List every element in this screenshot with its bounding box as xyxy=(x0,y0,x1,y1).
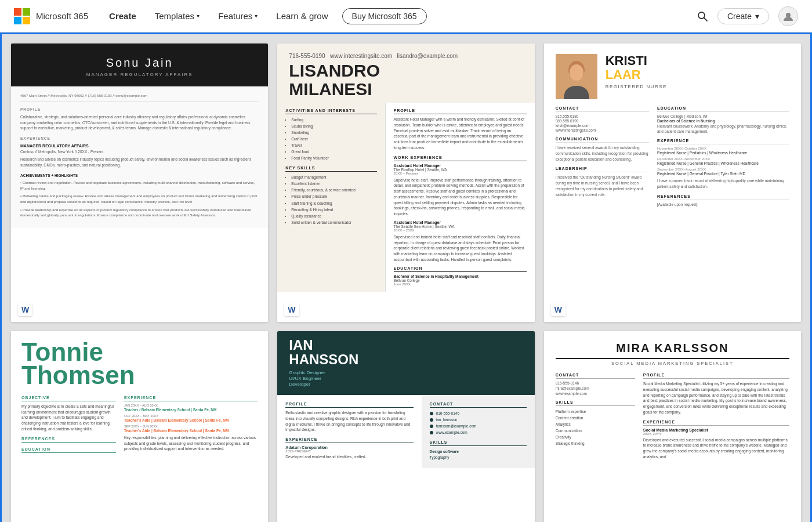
svg-line-5 xyxy=(704,18,707,21)
templates-nav-button[interactable]: Templates xyxy=(148,8,206,24)
user-avatar[interactable] xyxy=(778,6,798,26)
r2-work-label: WORK EXPERIENCE xyxy=(394,155,527,161)
r5-email-dot xyxy=(430,425,433,428)
r3-edu1: Bellvue College | Madison, WI xyxy=(657,114,789,118)
r5-exp-text: Developed and evolved brand identities, … xyxy=(285,454,413,460)
main-content: Sonu Jain Manager Regulatory Affairs 456… xyxy=(0,32,812,522)
r2-activity: Craft beer xyxy=(291,136,376,142)
r2-activity: Food Pantry Volunteer xyxy=(291,155,376,161)
ms-logo-icon xyxy=(14,8,30,24)
card-preview: MIRA KARLSSON SOCIAL MEDIA MARKETING SPE… xyxy=(544,331,801,522)
features-nav-button[interactable]: Features xyxy=(211,8,264,24)
card-preview: Sonu Jain Manager Regulatory Affairs 456… xyxy=(11,44,268,322)
r2-skills-label: KEY SKILLS xyxy=(285,166,376,172)
r2-name1: LISANDRO xyxy=(289,61,523,80)
r2-activities-label: ACTIVITIES AND INTERESTS xyxy=(285,108,376,114)
r5-phone: 816-555-0146 xyxy=(436,411,459,415)
r2-skill: Staff training & coaching xyxy=(291,200,376,206)
r2-work-title2: Assistant Hotel Manager xyxy=(394,220,527,224)
word-icon: W xyxy=(554,305,562,314)
resume-card-mira-karlsson[interactable]: MIRA KARLSSON SOCIAL MEDIA MARKETING SPE… xyxy=(544,331,801,522)
r3-email: kristi@example.com xyxy=(556,124,649,128)
r5-username: ian_hansson xyxy=(436,418,458,422)
r3-edu3: Relevant coursework: Anatomy and physiol… xyxy=(657,124,789,134)
r2-name2: MILANESI xyxy=(289,80,523,99)
r5-user-dot xyxy=(430,418,433,422)
r2-activity: Scuba diving xyxy=(291,123,376,129)
r4-exp3-title: Teacher's Aide | Balsam Elementary Schoo… xyxy=(124,429,258,433)
r5-exp-label: EXPERIENCE xyxy=(285,437,413,443)
r3-lastname: LAAR xyxy=(606,68,667,82)
r6-name: MIRA KARLSSON xyxy=(556,342,789,359)
r1-name: Sonu Jain xyxy=(23,56,256,70)
r2-skill: Solid written & verbal communicator xyxy=(291,219,376,226)
r2-email: lisandro@example.com xyxy=(397,53,458,59)
r6-exp-text: Developed and executed successful social… xyxy=(643,437,789,460)
resume-card-sonu-jain[interactable]: Sonu Jain Manager Regulatory Affairs 456… xyxy=(11,44,268,322)
r3-leadership-label: LEADERSHIP xyxy=(556,166,649,172)
r4-exp2-title: Teacher's Aide | Balsam Elementary Schoo… xyxy=(124,418,258,422)
r2-edu-school: Bellvue College xyxy=(394,278,527,282)
r3-edu-label: EDUCATION xyxy=(657,106,789,112)
r2-activity: Surfing xyxy=(291,117,376,123)
learn-grow-nav-button[interactable]: Learn & grow xyxy=(269,8,335,24)
r5-website: www.example.com xyxy=(436,430,467,434)
resume-card-lisandro[interactable]: 716-555-0190 www.interestingsite.com lis… xyxy=(277,44,534,322)
r5-web-dot xyxy=(430,431,433,434)
r2-skill: Friendly, courteous, & service oriented xyxy=(291,187,376,193)
r2-activity: Travel xyxy=(291,142,376,148)
r2-work-date2: 20XX – 20XX xyxy=(394,229,527,232)
r6-skill: Platform expertise xyxy=(556,408,635,415)
r3-phone: 815.555.0180 xyxy=(556,114,649,118)
r4-exp-label: EXPERIENCE xyxy=(124,396,258,401)
r4-exp-text: Key responsibilities: planning and deliv… xyxy=(124,435,258,452)
chevron-down-icon: ▾ xyxy=(755,12,759,21)
r3-subtitle: REGISTERED NURSE xyxy=(606,84,667,89)
buy-button[interactable]: Buy Microsoft 365 xyxy=(342,8,427,24)
create-nav-button[interactable]: Create xyxy=(102,8,143,24)
create-top-button[interactable]: Create ▾ xyxy=(717,8,769,24)
r5-profile-label: PROFILE xyxy=(285,402,413,408)
resume-card-ian-hansson[interactable]: IAN HANSSON Graphic Designer UI/UX Engin… xyxy=(277,331,534,522)
word-icon: W xyxy=(288,305,295,314)
r2-edu-label: EDUCATION xyxy=(394,266,527,272)
r2-work-title1: Assistant Hotel Manager xyxy=(394,164,527,168)
r2-edu-degree: Bachelor of Science in Hospitality Manag… xyxy=(394,274,527,278)
r5-exp-date: 2025-PRESENT xyxy=(285,449,413,453)
r5-skill1: Design software xyxy=(430,449,527,454)
r6-skill: Strategic thinking xyxy=(556,440,635,447)
word-badge: W xyxy=(551,303,566,316)
r1-experience-label: EXPERIENCE xyxy=(20,136,259,142)
r1-exp-title: MANAGER REGULATORY AFFAIRS xyxy=(20,143,259,150)
resume-card-tonnie-thomsen[interactable]: Tonnie Thomsen OBJECTIVE My primary obje… xyxy=(11,331,268,522)
r4-name1: Tonnie xyxy=(21,340,258,364)
r4-obj-text: My primary objective is to create a safe… xyxy=(21,404,116,432)
svg-rect-3 xyxy=(23,17,30,24)
create-btn-label: Create xyxy=(727,12,752,21)
r2-profile-label: PROFILE xyxy=(394,108,527,114)
logo[interactable]: Microsoft 365 xyxy=(14,8,88,24)
r2-work-place2: The Seattle Sea Home | Seattle, WA xyxy=(394,224,527,229)
r3-phone2: 989.555.0199 xyxy=(556,119,649,123)
resume-grid: Sonu Jain Manager Regulatory Affairs 456… xyxy=(2,34,810,522)
r1-address: 4567 Main Street // Metropolis, NY 98052… xyxy=(20,93,259,102)
r6-website: www.example.com xyxy=(556,392,635,396)
r6-phone: 816-555-0146 xyxy=(556,381,635,385)
svg-rect-0 xyxy=(14,8,21,16)
r4-exp2-date: OCT 20XX – MAY 20XX xyxy=(124,414,258,418)
r1-achievements-label: ACHIEVEMENTS + HIGHLIGHTS xyxy=(20,173,259,179)
resume-card-kristi-laar[interactable]: KRISTI LAAR REGISTERED NURSE CONTACT 815… xyxy=(544,44,801,322)
r1-exp-text: Research and advise on cosmetics industr… xyxy=(20,157,259,168)
r5-exp-company: Adatum Coroporation xyxy=(285,445,413,449)
r6-exp-title: Social Media Marketing Specialist xyxy=(643,428,789,432)
r5-skill2: Typography xyxy=(430,455,527,459)
r4-exp1-title: Teacher / Balsam Elementary School | San… xyxy=(124,408,258,412)
r3-exp-summary: I have a proven track record of deliveri… xyxy=(657,178,789,190)
search-button[interactable] xyxy=(692,6,713,27)
svg-rect-1 xyxy=(23,8,30,16)
svg-point-6 xyxy=(786,13,791,17)
r5-contact-label: CONTACT xyxy=(430,402,527,408)
card-preview: IAN HANSSON Graphic Designer UI/UX Engin… xyxy=(277,331,534,522)
r6-skills-label: SKILLS xyxy=(556,400,635,406)
r6-exp-label: EXPERIENCE xyxy=(643,420,789,426)
